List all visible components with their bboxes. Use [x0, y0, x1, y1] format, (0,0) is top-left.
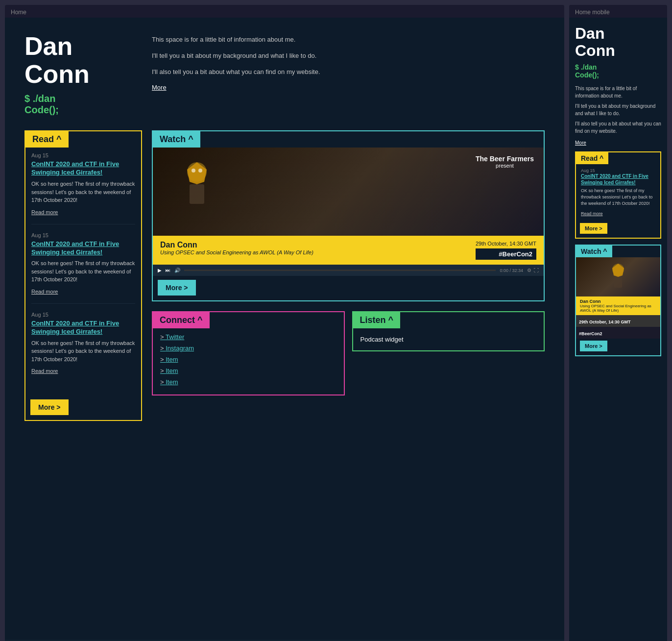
next-button[interactable]: ⏭ [166, 268, 170, 273]
svg-rect-2 [190, 184, 204, 204]
connect-section-box: Connect ^ Twitter Instagram Item Item It… [152, 311, 345, 395]
mobile-article-title[interactable]: ConINT 2020 and CTF in Five Swinging Ice… [581, 173, 655, 186]
mobile-hero-subtitle: $ ./danCode(); [575, 63, 661, 79]
watch-section-header: Watch ^ [153, 131, 200, 148]
hero-title: DanConn [24, 32, 132, 88]
mobile-article: Aug 15 ConINT 2020 and CTF in Five Swing… [576, 164, 660, 221]
article-item-1: Aug 15 ConINT 2020 and CTF in Five Swing… [31, 152, 135, 224]
svg-point-3 [192, 169, 195, 173]
mobile-panel-label: Home mobile [569, 5, 667, 18]
mobile-hero-title: DanConn [575, 25, 661, 59]
connect-item-1[interactable]: Item [160, 356, 336, 363]
video-icons: ⚙ ⛶ [527, 268, 539, 273]
listen-section-header: Listen ^ [353, 312, 401, 328]
mobile-read-section: Read ^ Aug 15 ConINT 2020 and CTF in Fiv… [575, 151, 661, 239]
hero-more-link[interactable]: More [152, 83, 167, 93]
mobile-watch-more-button[interactable]: More > [580, 341, 607, 351]
watch-video: The Beer Farmers present [153, 148, 544, 276]
article-title-2[interactable]: ConINT 2020 and CTF in Five Swinging Ice… [31, 240, 135, 257]
read-more-link-2[interactable]: Read more [31, 289, 58, 295]
character-svg [180, 160, 214, 214]
article-excerpt-1: OK so here goes! The first of my throwba… [31, 180, 135, 204]
mobile-video-hashtag: 29th October, 14:30 GMT [579, 320, 631, 324]
read-content: Aug 15 ConINT 2020 and CTF in Five Swing… [25, 148, 141, 395]
mobile-desc-2: I'll tell you a bit about my background … [575, 102, 661, 117]
mobile-content: DanConn $ ./danCode(); This space is for… [569, 18, 667, 370]
hero-desc-3: I'll also tell you a bit about what you … [152, 67, 545, 77]
article-date-2: Aug 15 [31, 232, 135, 238]
watch-more-button[interactable]: More > [158, 280, 196, 296]
progress-bar[interactable] [184, 270, 496, 271]
article-excerpt-2: OK so here goes! The first of my throwba… [31, 259, 135, 284]
mobile-desc-3: I'll also tell you a bit about what you … [575, 120, 661, 135]
play-button[interactable]: ▶ [158, 268, 162, 273]
connect-item-3[interactable]: Item [160, 378, 336, 386]
video-text-overlay: The Beer Farmers present [476, 155, 534, 169]
video-character [177, 157, 216, 216]
mobile-read-more[interactable]: Read more [581, 211, 603, 216]
video-hashtag: #BeerCon2 [476, 248, 536, 260]
article-excerpt-3: OK so here goes! The first of my throwba… [31, 339, 135, 364]
connect-instagram[interactable]: Instagram [160, 345, 336, 352]
connect-content: Twitter Instagram Item Item Item [153, 328, 344, 394]
hero-left: DanConn $ ./danCode(); [24, 32, 132, 116]
video-subtitle: Using OPSEC and Social Engineering as AW… [160, 249, 313, 255]
desktop-panel: Home DanConn $ ./danCode(); This space i… [5, 5, 564, 641]
podcast-widget-label: Podcast widget [360, 336, 404, 343]
mobile-video-subtitle: Using OPSEC and Social Engineering as AW… [580, 304, 656, 313]
article-date-3: Aug 15 [31, 312, 135, 318]
fullscreen-icon[interactable]: ⛶ [534, 268, 539, 273]
video-controls: ▶ ⏭ 🔊 0:00 / 32:34 ⚙ ⛶ [153, 265, 544, 276]
volume-button[interactable]: 🔊 [174, 268, 180, 273]
video-title-info: Dan Conn Using OPSEC and Social Engineer… [160, 241, 313, 255]
mobile-hero-more-link[interactable]: More [575, 140, 586, 146]
video-bottom-info: Dan Conn Using OPSEC and Social Engineer… [153, 236, 544, 265]
mobile-article-excerpt: OK so here goes! The first of my throwba… [581, 188, 655, 206]
hero-subtitle: $ ./danCode(); [24, 93, 132, 116]
settings-icon[interactable]: ⚙ [527, 268, 531, 273]
svg-rect-7 [614, 277, 622, 288]
listen-col: Listen ^ Podcast widget [352, 311, 545, 405]
read-more-link-3[interactable]: Read more [31, 368, 58, 374]
mobile-desc-1: This space is for a little bit of inform… [575, 85, 661, 99]
article-item-2: Aug 15 ConINT 2020 and CTF in Five Swing… [31, 232, 135, 304]
article-title-1[interactable]: ConINT 2020 and CTF in Five Swinging Ice… [31, 160, 135, 177]
read-section-header: Read ^ [25, 131, 69, 148]
connect-col: Connect ^ Twitter Instagram Item Item It… [152, 311, 345, 405]
watch-section-box: Watch ^ The Beer Farmers present [152, 130, 545, 301]
connect-section-header: Connect ^ [153, 312, 210, 328]
desktop-content: DanConn $ ./danCode(); This space is for… [5, 18, 564, 635]
connect-item-2[interactable]: Item [160, 367, 336, 374]
app-wrapper: Home DanConn $ ./danCode(); This space i… [5, 5, 667, 641]
mobile-video-thumb[interactable] [576, 257, 660, 296]
svg-point-4 [198, 169, 202, 173]
video-date: 29th October, 14:30 GMT [476, 241, 536, 247]
hero-description: This space is for a little bit of inform… [152, 32, 545, 116]
mobile-watch-header: Watch ^ [576, 246, 612, 257]
read-more-button[interactable]: More > [30, 399, 69, 415]
hero-desc-1: This space is for a little bit of inform… [152, 35, 545, 45]
listen-section-box: Listen ^ Podcast widget [352, 311, 545, 351]
header-section: DanConn $ ./danCode(); This space is for… [24, 32, 545, 116]
video-title: Dan Conn [160, 241, 313, 249]
connect-twitter[interactable]: Twitter [160, 333, 336, 341]
right-column: Watch ^ The Beer Farmers present [152, 130, 545, 431]
mobile-hashtag-row: #BeerCon2 [576, 327, 660, 339]
mobile-video-info: Dan Conn Using OPSEC and Social Engineer… [576, 296, 660, 315]
present-text: present [476, 163, 534, 169]
mobile-hashtag-text: #BeerCon2 [579, 331, 602, 336]
article-title-3[interactable]: ConINT 2020 and CTF in Five Swinging Ice… [31, 320, 135, 336]
article-date-1: Aug 15 [31, 152, 135, 158]
read-section-box: Read ^ Aug 15 ConINT 2020 and CTF in Fiv… [24, 130, 142, 421]
video-time: 0:00 / 32:34 [500, 268, 523, 273]
hero-desc-2: I'll tell you a bit about my background … [152, 51, 545, 61]
mobile-video-hashtag-bar: 29th October, 14:30 GMT [576, 315, 660, 327]
mobile-read-more-button[interactable]: More > [580, 223, 607, 234]
video-thumbnail[interactable]: The Beer Farmers present [153, 148, 544, 236]
mobile-read-header: Read ^ [576, 152, 608, 164]
video-date-tag: 29th October, 14:30 GMT #BeerCon2 [476, 241, 536, 260]
beer-farmers-text: The Beer Farmers [476, 155, 534, 163]
right-bottom-grid: Connect ^ Twitter Instagram Item Item It… [152, 311, 545, 405]
read-more-link-1[interactable]: Read more [31, 209, 58, 215]
mobile-video-title: Dan Conn [580, 299, 656, 304]
